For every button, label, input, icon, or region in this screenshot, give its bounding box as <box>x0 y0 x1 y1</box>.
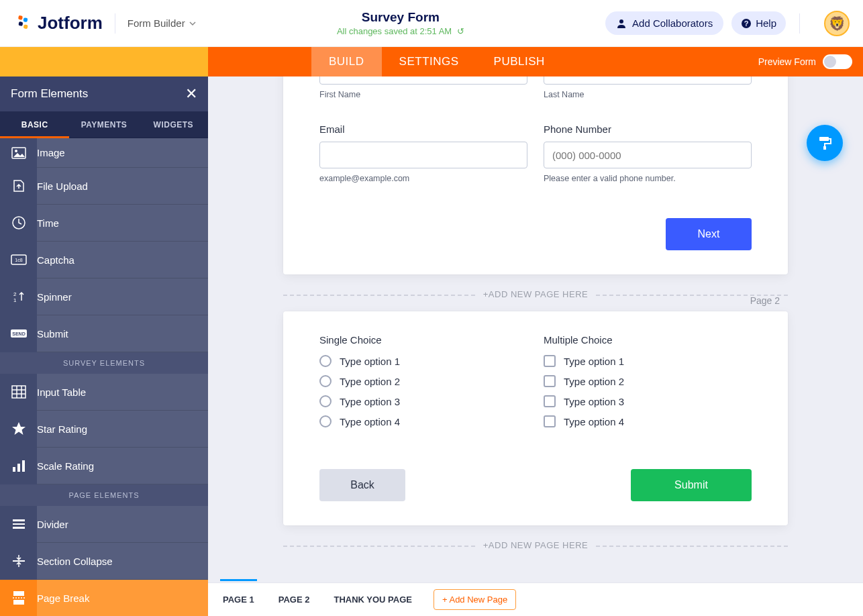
element-star-rating[interactable]: Star Rating <box>0 411 208 448</box>
email-input[interactable] <box>319 142 527 168</box>
element-input-table[interactable]: Input Table <box>0 374 208 411</box>
svg-text:1: 1 <box>13 297 17 303</box>
tab-build[interactable]: BUILD <box>311 47 382 76</box>
collapse-icon <box>0 543 37 580</box>
radio-icon[interactable] <box>319 395 332 407</box>
preview-section: Preview Form <box>758 47 852 76</box>
phone-input[interactable] <box>544 142 752 168</box>
svg-text:SEND: SEND <box>12 331 25 336</box>
element-section-collapse[interactable]: Section Collapse <box>0 543 208 580</box>
single-option-4[interactable]: Type option 4 <box>319 415 527 427</box>
back-button[interactable]: Back <box>319 469 405 501</box>
radio-icon[interactable] <box>319 355 332 367</box>
page-2-label: Page 2 <box>750 295 780 306</box>
last-name-input[interactable] <box>544 76 752 85</box>
svg-rect-21 <box>13 523 25 525</box>
multiple-option-4[interactable]: Type option 4 <box>544 415 752 427</box>
sidebar: Form Elements ✕ BASIC PAYMENTS WIDGETS I… <box>0 76 208 616</box>
image-icon <box>0 138 37 168</box>
first-name-field: First Name <box>319 76 527 99</box>
add-page-separator-2[interactable]: +ADD NEW PAGE HERE <box>283 540 788 550</box>
first-name-input[interactable] <box>319 76 527 85</box>
multiple-option-1[interactable]: Type option 1 <box>544 355 752 367</box>
svg-rect-22 <box>13 527 25 529</box>
element-label: Time <box>37 217 59 229</box>
chevron-down-icon <box>189 20 196 27</box>
next-button[interactable]: Next <box>666 218 752 250</box>
collab-label: Add Collaborators <box>632 17 713 29</box>
element-file-upload[interactable]: File Upload <box>0 168 208 205</box>
element-scale-rating[interactable]: Scale Rating <box>0 448 208 484</box>
element-captcha[interactable]: 1c8 Captcha <box>0 242 208 278</box>
single-option-1[interactable]: Type option 1 <box>319 355 527 367</box>
builder-tabbar: BUILD SETTINGS PUBLISH Preview Form <box>0 47 863 76</box>
element-image[interactable]: Image <box>0 138 208 168</box>
user-avatar[interactable]: 🦁 <box>824 11 850 36</box>
file-upload-icon <box>0 168 37 205</box>
single-choice-field[interactable]: Single Choice Type option 1 Type option … <box>319 334 527 435</box>
add-new-page-button[interactable]: + Add New Page <box>434 589 516 610</box>
add-collaborators-button[interactable]: Add Collaborators <box>605 11 723 35</box>
element-label: Page Break <box>37 593 89 604</box>
revert-icon[interactable]: ↺ <box>457 26 464 36</box>
form-page-2[interactable]: Single Choice Type option 1 Type option … <box>283 311 788 525</box>
single-option-2[interactable]: Type option 2 <box>319 375 527 387</box>
svg-rect-0 <box>18 15 23 19</box>
checkbox-icon[interactable] <box>544 355 556 367</box>
sidebar-title: Form Elements <box>11 87 88 101</box>
checkbox-icon[interactable] <box>544 395 556 407</box>
phone-sublabel: Please enter a valid phone number. <box>544 174 752 183</box>
svg-rect-19 <box>22 460 25 472</box>
close-icon[interactable]: ✕ <box>185 85 197 103</box>
svg-text:2: 2 <box>13 291 17 297</box>
sidebar-tab-payments[interactable]: PAYMENTS <box>69 111 138 138</box>
page-tab-2[interactable]: PAGE 2 <box>276 591 313 609</box>
element-time[interactable]: Time <box>0 205 208 242</box>
element-label: Section Collapse <box>37 556 113 567</box>
form-page-1[interactable]: First Name Last Name Email example@examp… <box>283 76 788 274</box>
header-center: Survey Form All changes saved at 2:51 AM… <box>196 10 605 36</box>
mode-dropdown[interactable]: Form Builder <box>128 17 196 29</box>
add-page-separator-1[interactable]: +ADD NEW PAGE HERE <box>283 289 788 299</box>
form-title[interactable]: Survey Form <box>196 10 605 25</box>
element-page-break[interactable]: Page Break <box>0 580 208 616</box>
element-divider[interactable]: Divider <box>0 506 208 543</box>
checkbox-icon[interactable] <box>544 415 556 427</box>
radio-icon[interactable] <box>319 375 332 387</box>
section-survey-elements: SURVEY ELEMENTS <box>0 352 208 374</box>
preview-toggle[interactable] <box>823 54 852 69</box>
multiple-option-2[interactable]: Type option 2 <box>544 375 752 387</box>
canvas: First Name Last Name Email example@examp… <box>208 76 863 616</box>
clock-icon <box>0 205 37 242</box>
page-tab-1[interactable]: PAGE 1 <box>220 591 257 609</box>
sidebar-tab-widgets[interactable]: WIDGETS <box>139 111 208 138</box>
help-label: Help <box>756 17 776 29</box>
canvas-scroll[interactable]: First Name Last Name Email example@examp… <box>208 76 863 582</box>
grid-icon <box>0 374 37 411</box>
header-right: Add Collaborators ? Help 🦁 <box>605 11 850 36</box>
last-name-sublabel: Last Name <box>544 90 752 99</box>
checkbox-icon[interactable] <box>544 375 556 387</box>
element-submit[interactable]: SEND Submit <box>0 315 208 352</box>
radio-icon[interactable] <box>319 415 332 427</box>
submit-button[interactable]: Submit <box>631 469 752 501</box>
element-spinner[interactable]: 21 Spinner <box>0 278 208 315</box>
tab-settings[interactable]: SETTINGS <box>382 47 476 76</box>
svg-rect-18 <box>17 464 20 472</box>
header-divider-2 <box>799 13 800 34</box>
multiple-choice-field[interactable]: Multiple Choice Type option 1 Type optio… <box>544 334 752 435</box>
brand-logo[interactable]: Jotform <box>13 13 103 34</box>
tab-publish[interactable]: PUBLISH <box>476 47 562 76</box>
svg-rect-23 <box>13 560 25 562</box>
contact-row: Email example@example.com Phone Number P… <box>319 123 752 183</box>
sidebar-list[interactable]: Image File Upload Time 1c8 Captcha 21 Sp… <box>0 138 208 616</box>
single-option-3[interactable]: Type option 3 <box>319 395 527 407</box>
help-button[interactable]: ? Help <box>731 11 786 35</box>
sidebar-tab-basic[interactable]: BASIC <box>0 111 69 138</box>
svg-rect-3 <box>23 24 28 29</box>
multiple-option-3[interactable]: Type option 3 <box>544 395 752 407</box>
page-tab-thankyou[interactable]: THANK YOU PAGE <box>331 591 415 609</box>
single-choice-label: Single Choice <box>319 334 527 346</box>
send-icon: SEND <box>0 315 37 352</box>
email-label: Email <box>319 123 527 135</box>
